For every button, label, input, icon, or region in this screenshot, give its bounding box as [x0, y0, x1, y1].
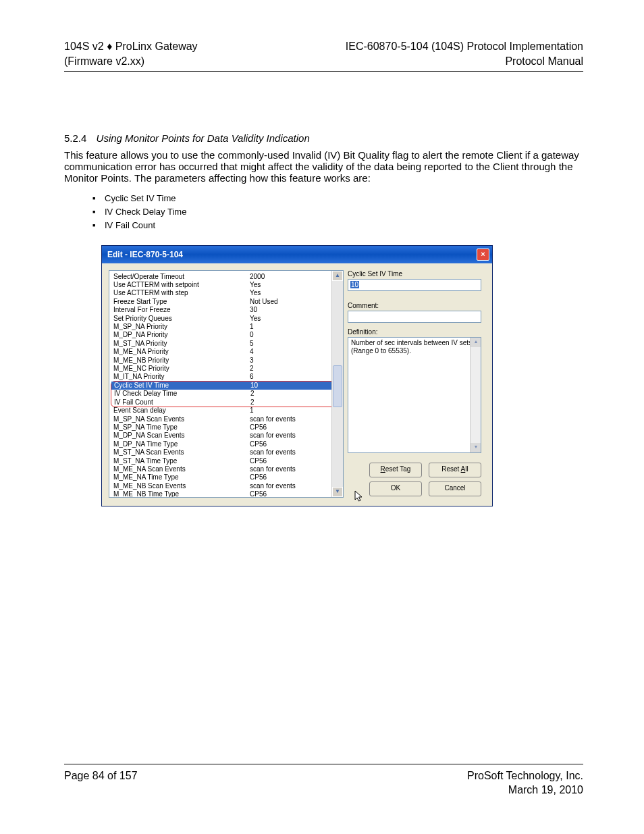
- param-value-input[interactable]: 10: [348, 279, 481, 291]
- list-item[interactable]: M_SP_NA Priority1: [109, 323, 343, 331]
- list-item[interactable]: M_ME_NB Time TypeCP56: [109, 490, 343, 497]
- close-icon[interactable]: ×: [477, 249, 489, 261]
- list-item-value: scan for events: [250, 415, 296, 423]
- bullet-item: IV Fail Count: [92, 219, 583, 232]
- list-item[interactable]: Cyclic Set IV Time10: [111, 382, 341, 390]
- list-item-value: 30: [250, 306, 257, 314]
- list-item-key: M_ME_NB Scan Events: [113, 482, 250, 490]
- mouse-cursor-icon: [354, 490, 364, 502]
- param-bullet-list: Cyclic Set IV TimeIV Check Delay TimeIV …: [92, 192, 583, 232]
- list-item-key: M_IT_NA Priority: [113, 373, 250, 381]
- list-item[interactable]: M_SP_NA Scan Eventsscan for events: [109, 415, 343, 423]
- list-item[interactable]: Select/Operate Timeout2000: [109, 273, 343, 281]
- list-item[interactable]: M_ST_NA Priority5: [109, 340, 343, 348]
- list-item-value: CP56: [250, 423, 267, 432]
- list-item-key: Use ACTTERM with step: [113, 289, 250, 297]
- list-item[interactable]: M_ME_NC Priority2: [109, 365, 343, 373]
- definition-textarea[interactable]: Number of sec intervals between IV sets …: [348, 337, 481, 453]
- list-item[interactable]: M_ST_NA Time TypeCP56: [109, 457, 343, 465]
- header-left-line2: (Firmware v2.xx): [64, 54, 198, 69]
- list-item[interactable]: M_ME_NA Time TypeCP56: [109, 473, 343, 481]
- scroll-thumb[interactable]: [333, 365, 342, 407]
- list-item[interactable]: Freeze Start TypeNot Used: [109, 298, 343, 306]
- comment-input[interactable]: [348, 311, 481, 323]
- list-item[interactable]: M_DP_NA Priority0: [109, 331, 343, 339]
- list-item[interactable]: Use ACTTERM with stepYes: [109, 289, 343, 297]
- list-item-value: scan for events: [250, 448, 296, 457]
- list-item-value: scan for events: [250, 482, 296, 490]
- section-intro: This feature allows you to use the commo…: [64, 149, 583, 184]
- bullet-item: IV Check Delay Time: [92, 205, 583, 219]
- list-item-key: IV Fail Count: [114, 398, 250, 407]
- definition-label: Definition:: [348, 328, 481, 336]
- list-item-key: M_ME_NA Priority: [113, 348, 250, 356]
- list-item-key: M_ME_NC Priority: [113, 365, 250, 373]
- list-item-value: CP56: [250, 457, 267, 465]
- list-item[interactable]: M_ST_NA Scan Eventsscan for events: [109, 448, 343, 457]
- list-item-value: Yes: [250, 281, 261, 289]
- footer-page-number: Page 84 of 157: [64, 768, 138, 798]
- list-item-key: Freeze Start Type: [113, 298, 250, 306]
- list-item-key: Set Priority Queues: [113, 315, 250, 323]
- highlighted-params-box: Cyclic Set IV Time10IV Check Delay Time2…: [111, 381, 342, 407]
- list-item[interactable]: M_ME_NA Priority4: [109, 348, 343, 356]
- param-value-text: 10: [350, 281, 359, 288]
- list-item-value: scan for events: [250, 465, 296, 473]
- list-item[interactable]: Use ACTTERM with setpointYes: [109, 281, 343, 289]
- list-item-value: CP56: [250, 490, 267, 497]
- list-item-value: CP56: [250, 440, 267, 448]
- list-item-key: M_DP_NA Priority: [113, 331, 250, 339]
- list-item-value: 2: [250, 398, 254, 407]
- edit-dialog: Edit - IEC-870-5-104 × Select/Operate Ti…: [101, 245, 493, 506]
- list-item-value: 6: [250, 373, 254, 381]
- parameter-listbox[interactable]: Select/Operate Timeout2000Use ACTTERM wi…: [109, 270, 344, 498]
- list-scrollbar[interactable]: ▲ ▼: [331, 271, 343, 497]
- list-item-value: Yes: [250, 315, 261, 323]
- list-item[interactable]: Event Scan delay1: [109, 407, 343, 415]
- list-item-key: M_ME_NA Time Type: [113, 473, 250, 481]
- list-item[interactable]: M_ME_NA Scan Eventsscan for events: [109, 465, 343, 473]
- list-item-key: IV Check Delay Time: [114, 390, 250, 398]
- list-item-value: 3: [250, 357, 254, 365]
- list-item-value: scan for events: [250, 432, 296, 440]
- list-item-key: Use ACTTERM with setpoint: [113, 281, 250, 289]
- list-item-key: M_ME_NB Time Type: [113, 490, 250, 497]
- list-item-value: 4: [250, 348, 254, 356]
- def-scroll-up-icon[interactable]: ▴: [471, 338, 481, 347]
- list-item[interactable]: IV Check Delay Time2: [111, 390, 341, 398]
- page-header: 104S v2 ♦ ProLinx Gateway (Firmware v2.x…: [64, 39, 583, 72]
- def-scroll-down-icon[interactable]: ▾: [471, 443, 481, 452]
- list-item[interactable]: M_DP_NA Time TypeCP56: [109, 440, 343, 448]
- list-item-key: M_ST_NA Scan Events: [113, 448, 250, 457]
- list-item[interactable]: M_SP_NA Time TypeCP56: [109, 423, 343, 432]
- list-item-value: CP56: [250, 473, 267, 481]
- list-item[interactable]: IV Fail Count2: [111, 398, 341, 407]
- ok-button[interactable]: OK: [369, 481, 422, 496]
- dialog-titlebar[interactable]: Edit - IEC-870-5-104 ×: [102, 246, 492, 263]
- list-item[interactable]: M_ME_NB Scan Eventsscan for events: [109, 482, 343, 490]
- list-item-value: Yes: [250, 289, 261, 297]
- comment-label: Comment:: [348, 302, 481, 309]
- list-item-key: M_ST_NA Priority: [113, 340, 250, 348]
- list-item-key: M_SP_NA Priority: [113, 323, 250, 331]
- list-item-key: M_ME_NA Scan Events: [113, 465, 250, 473]
- reset-tag-button[interactable]: Reset Tag: [369, 463, 422, 477]
- list-item[interactable]: Interval For Freeze30: [109, 306, 343, 314]
- header-right-line2: Protocol Manual: [346, 54, 583, 69]
- list-item[interactable]: M_DP_NA Scan Eventsscan for events: [109, 432, 343, 440]
- footer-date: March 19, 2010: [467, 783, 583, 798]
- reset-all-button[interactable]: Reset All: [429, 463, 481, 477]
- cancel-button[interactable]: Cancel: [429, 481, 481, 496]
- dialog-title: Edit - IEC-870-5-104: [107, 250, 183, 259]
- list-item-key: M_ST_NA Time Type: [113, 457, 250, 465]
- list-item-value: 0: [250, 331, 254, 339]
- list-item-value: 5: [250, 340, 254, 348]
- list-item[interactable]: Set Priority QueuesYes: [109, 315, 343, 323]
- scroll-up-icon[interactable]: ▲: [332, 271, 343, 281]
- scroll-down-icon[interactable]: ▼: [332, 487, 343, 497]
- list-item-key: Select/Operate Timeout: [113, 273, 250, 281]
- page-footer: Page 84 of 157 ProSoft Technology, Inc. …: [64, 764, 583, 798]
- list-item[interactable]: M_ME_NB Priority3: [109, 357, 343, 365]
- list-item-value: 2: [250, 390, 254, 398]
- list-item-value: 10: [250, 382, 258, 390]
